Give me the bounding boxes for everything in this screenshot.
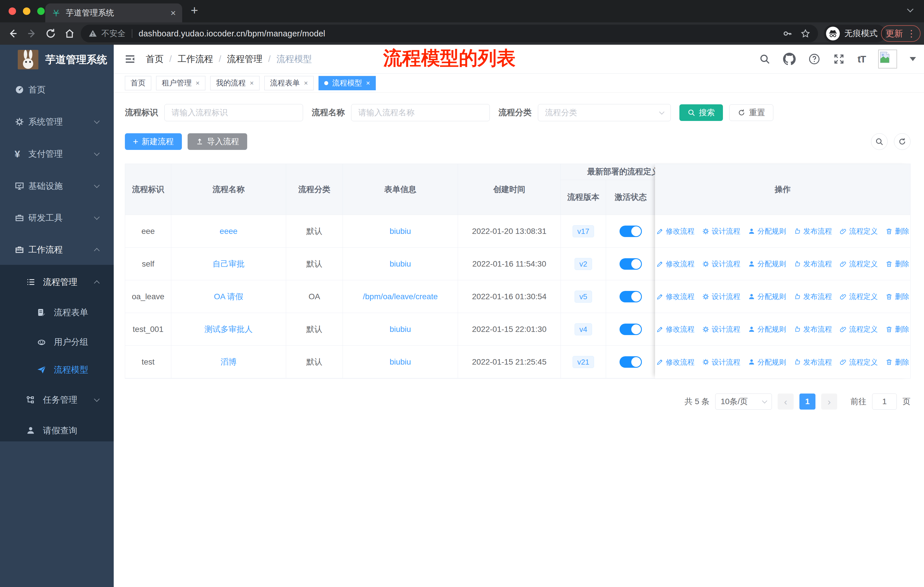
tag-home[interactable]: 首页 <box>125 76 151 90</box>
model-name-link[interactable]: 测试多审批人 <box>205 324 252 335</box>
model-name-link[interactable]: 滔博 <box>221 357 237 367</box>
publish-process-link[interactable]: 发布流程 <box>794 227 832 236</box>
design-process-link[interactable]: 设计流程 <box>702 292 741 301</box>
publish-process-link[interactable]: 发布流程 <box>794 324 832 334</box>
reload-icon[interactable] <box>45 28 56 39</box>
security-label[interactable]: 不安全 <box>101 28 125 39</box>
tag-my-process[interactable]: 我的流程× <box>210 76 259 90</box>
version-tag[interactable]: v2 <box>574 258 592 270</box>
sidebar-item-payment[interactable]: ¥ 支付管理 <box>0 146 114 162</box>
form-link[interactable]: biubiu <box>389 325 411 334</box>
close-window-button[interactable] <box>8 7 16 15</box>
sidebar-item-user-group[interactable]: 用户分组 <box>0 334 114 350</box>
delete-link[interactable]: 删除 <box>885 324 909 334</box>
sidebar-item-system[interactable]: 系统管理 <box>0 114 114 130</box>
tag-tenant[interactable]: 租户管理× <box>156 76 205 90</box>
sidebar-item-process-form[interactable]: 流程表单 <box>0 304 114 321</box>
sidebar-item-process-manage[interactable]: 流程管理 <box>0 274 114 290</box>
filter-key-input[interactable] <box>164 104 303 121</box>
form-link[interactable]: biubiu <box>389 227 411 236</box>
delete-link[interactable]: 删除 <box>885 357 909 367</box>
delete-link[interactable]: 删除 <box>885 259 909 269</box>
design-process-link[interactable]: 设计流程 <box>702 259 741 269</box>
tag-close-icon[interactable]: × <box>250 80 254 86</box>
form-link[interactable]: biubiu <box>389 260 411 269</box>
search-button[interactable]: 搜索 <box>680 104 723 121</box>
browser-tab[interactable]: 芋道管理系统 × <box>45 3 182 22</box>
form-link[interactable]: biubiu <box>389 357 411 367</box>
back-icon[interactable] <box>7 28 18 39</box>
assign-rule-link[interactable]: 分配规则 <box>748 324 786 334</box>
zoom-window-button[interactable] <box>37 7 45 15</box>
refresh-table-button[interactable] <box>894 133 911 150</box>
active-toggle[interactable] <box>620 258 642 270</box>
edit-process-link[interactable]: 修改流程 <box>656 357 695 367</box>
font-size-icon[interactable]: tT <box>858 54 866 65</box>
edit-process-link[interactable]: 修改流程 <box>656 292 695 301</box>
process-definition-link[interactable]: 流程定义 <box>840 227 878 236</box>
publish-process-link[interactable]: 发布流程 <box>794 292 832 301</box>
process-definition-link[interactable]: 流程定义 <box>840 324 878 334</box>
tag-process-form[interactable]: 流程表单× <box>264 76 314 90</box>
assign-rule-link[interactable]: 分配规则 <box>748 292 786 301</box>
github-icon[interactable] <box>783 53 796 65</box>
active-toggle[interactable] <box>620 356 642 368</box>
sidebar-item-workflow[interactable]: 工作流程 <box>0 241 114 258</box>
bookmark-star-icon[interactable] <box>800 28 810 39</box>
tag-close-icon[interactable]: × <box>366 80 370 86</box>
minimize-window-button[interactable] <box>23 7 30 15</box>
new-tab-button[interactable]: + <box>191 4 198 17</box>
form-link[interactable]: /bpm/oa/leave/create <box>363 292 438 301</box>
tag-process-model[interactable]: 流程模型× <box>318 76 376 90</box>
forward-icon[interactable] <box>26 28 37 39</box>
tab-list-chevron-icon[interactable] <box>907 6 914 13</box>
password-key-icon[interactable] <box>782 29 792 38</box>
tag-close-icon[interactable]: × <box>196 80 200 86</box>
edit-process-link[interactable]: 修改流程 <box>656 324 695 334</box>
sidebar-item-home[interactable]: 首页 <box>0 82 114 98</box>
process-definition-link[interactable]: 流程定义 <box>840 357 878 367</box>
assign-rule-link[interactable]: 分配规则 <box>748 227 786 236</box>
avatar[interactable] <box>878 50 897 68</box>
update-label[interactable]: 更新 <box>886 28 903 40</box>
create-process-button[interactable]: + 新建流程 <box>125 133 182 150</box>
breadcrumb-process-manage[interactable]: 流程管理 <box>227 53 262 65</box>
active-toggle[interactable] <box>620 226 642 237</box>
prev-page-button[interactable]: ‹ <box>778 394 794 410</box>
delete-link[interactable]: 删除 <box>885 227 909 236</box>
help-icon[interactable] <box>808 53 820 65</box>
filter-category-select[interactable]: 流程分类 <box>538 104 671 121</box>
show-search-button[interactable] <box>871 133 888 150</box>
delete-link[interactable]: 删除 <box>885 292 909 301</box>
filter-name-input[interactable] <box>351 104 490 121</box>
goto-page-input[interactable] <box>872 394 897 410</box>
edit-process-link[interactable]: 修改流程 <box>656 259 695 269</box>
fullscreen-icon[interactable] <box>833 53 845 65</box>
sidebar-item-task-manage[interactable]: 任务管理 <box>0 392 114 408</box>
version-tag[interactable]: v17 <box>573 225 594 237</box>
browser-menu-icon[interactable]: ⋮ <box>907 28 916 39</box>
assign-rule-link[interactable]: 分配规则 <box>748 259 786 269</box>
url-text[interactable]: dashboard.yudao.iocoder.cn/bpm/manager/m… <box>139 29 782 38</box>
next-page-button[interactable]: › <box>821 394 837 410</box>
sidebar-item-leave-query[interactable]: 请假查询 <box>0 422 114 438</box>
edit-process-link[interactable]: 修改流程 <box>656 227 695 236</box>
version-tag[interactable]: v5 <box>574 291 592 303</box>
tab-close-icon[interactable]: × <box>170 8 176 18</box>
address-bar[interactable]: 不安全 dashboard.yudao.iocoder.cn/bpm/manag… <box>81 25 818 42</box>
sidebar-item-process-model[interactable]: 流程模型 <box>0 362 114 378</box>
model-name-link[interactable]: eeee <box>220 227 238 236</box>
active-toggle[interactable] <box>620 291 642 303</box>
sidebar-item-devtools[interactable]: 研发工具 <box>0 210 114 226</box>
model-name-link[interactable]: 自己审批 <box>213 258 244 270</box>
publish-process-link[interactable]: 发布流程 <box>794 259 832 269</box>
avatar-caret-icon[interactable] <box>910 57 916 61</box>
current-page-button[interactable]: 1 <box>799 394 815 410</box>
breadcrumb-workflow[interactable]: 工作流程 <box>178 53 213 65</box>
browser-update-button[interactable]: 更新 ⋮ <box>881 25 921 42</box>
design-process-link[interactable]: 设计流程 <box>702 357 741 367</box>
collapse-sidebar-icon[interactable] <box>124 53 136 65</box>
publish-process-link[interactable]: 发布流程 <box>794 357 832 367</box>
process-definition-link[interactable]: 流程定义 <box>840 259 878 269</box>
reset-button[interactable]: 重置 <box>729 104 773 121</box>
